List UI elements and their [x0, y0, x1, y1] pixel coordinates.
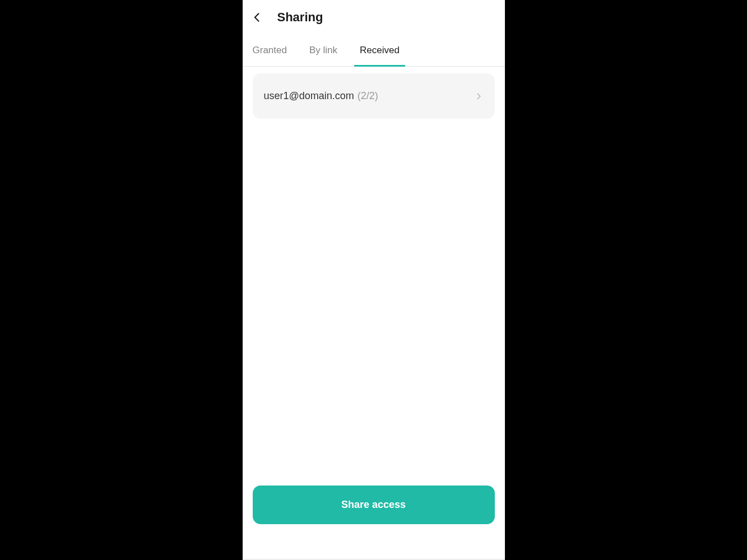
page-title: Sharing — [277, 10, 323, 25]
tab-by-link[interactable]: By link — [309, 35, 337, 66]
back-button[interactable] — [250, 11, 264, 24]
header: Sharing — [243, 0, 505, 35]
chevron-left-icon — [252, 12, 263, 23]
shared-user-row[interactable]: user1@domain.com (2/2) — [253, 73, 495, 119]
app-screen: Sharing Granted By link Received user1@d… — [243, 0, 505, 560]
shared-user-email: user1@domain.com — [264, 90, 354, 102]
tabs: Granted By link Received — [243, 35, 505, 67]
shared-user-count: (2/2) — [358, 90, 378, 102]
content-area: user1@domain.com (2/2) — [243, 67, 505, 486]
shared-user-text: user1@domain.com (2/2) — [264, 90, 378, 102]
chevron-right-icon — [474, 91, 484, 101]
footer: Share access — [243, 486, 505, 559]
tab-granted[interactable]: Granted — [253, 35, 287, 66]
share-access-button[interactable]: Share access — [253, 486, 495, 524]
tab-received[interactable]: Received — [360, 35, 400, 66]
